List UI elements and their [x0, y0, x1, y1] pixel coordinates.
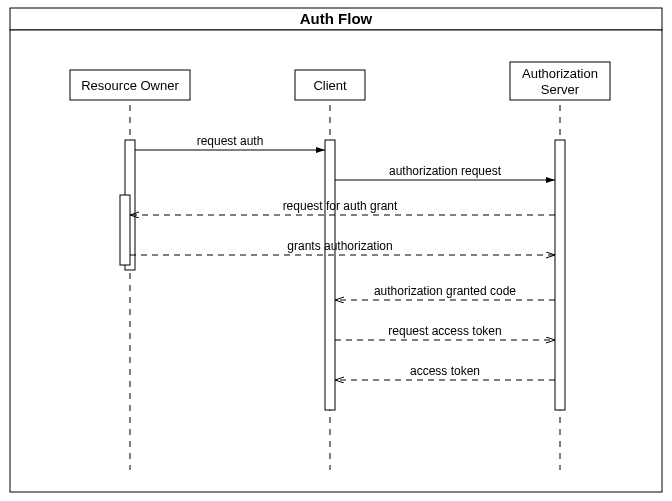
msg-request-access-token-label: request access token	[388, 324, 501, 338]
diagram-title: Auth Flow	[300, 10, 373, 27]
actor-auth-server-label-1: Authorization	[522, 66, 598, 81]
actor-resource-owner-label: Resource Owner	[81, 78, 179, 93]
msg-grants-authorization-label: grants authorization	[287, 239, 392, 253]
actor-client-label: Client	[313, 78, 347, 93]
sequence-diagram: Auth Flow Resource Owner Client Authoriz…	[0, 0, 672, 501]
msg-request-auth-grant-label: request for auth grant	[283, 199, 398, 213]
actor-auth-server-label-2: Server	[541, 82, 580, 97]
activation-resource-owner-nested	[120, 195, 130, 265]
msg-authorization-request-label: authorization request	[389, 164, 502, 178]
msg-auth-granted-code-label: authorization granted code	[374, 284, 516, 298]
msg-access-token-label: access token	[410, 364, 480, 378]
msg-request-auth-label: request auth	[197, 134, 264, 148]
activation-auth-server	[555, 140, 565, 410]
activation-client	[325, 140, 335, 410]
